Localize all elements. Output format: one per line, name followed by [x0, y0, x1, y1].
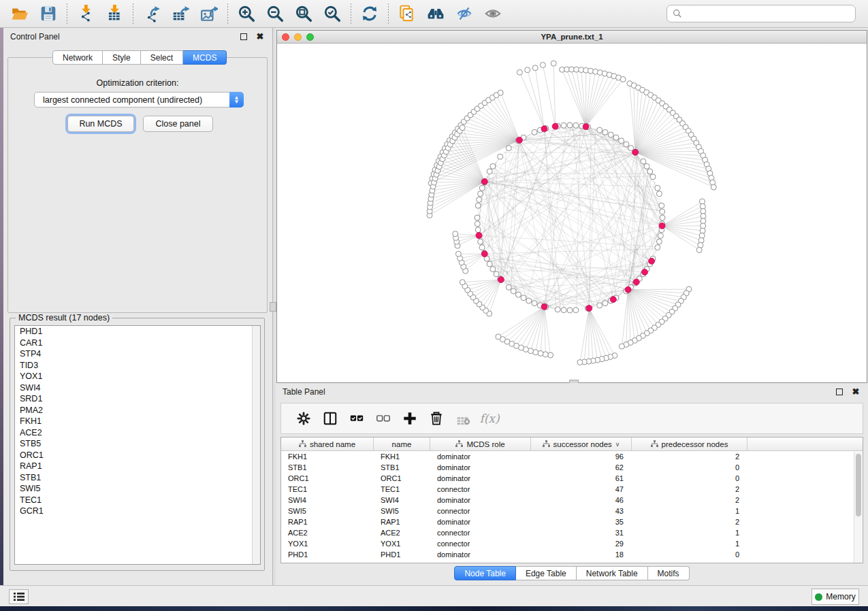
mcds-result-item[interactable]: STB1 — [15, 472, 260, 484]
show-graphics-details-icon[interactable] — [481, 3, 504, 24]
mcds-result-item[interactable]: ACE2 — [15, 427, 260, 439]
zoom-out-icon[interactable] — [263, 3, 287, 24]
cell-predecessor_nodes: 2 — [632, 516, 748, 527]
import-network-icon[interactable] — [74, 3, 97, 24]
network-window-titlebar[interactable]: YPA_prune.txt_1 — [277, 31, 867, 44]
mcds-result-item[interactable]: SRD1 — [15, 393, 260, 405]
mcds-result-item[interactable]: ORC1 — [15, 450, 260, 461]
select-all-columns-icon[interactable] — [347, 408, 367, 429]
vertical-splitter-handle[interactable] — [270, 302, 276, 312]
table-row[interactable]: ORC1ORC1dominator610 — [281, 473, 863, 484]
table-panel-close-button[interactable]: ✖ — [850, 386, 861, 397]
zoom-in-icon[interactable] — [235, 3, 258, 24]
cell-name: SWI4 — [374, 495, 430, 506]
desktop-wallpaper-bottom-edge — [0, 606, 868, 611]
mcds-result-item[interactable]: GCR1 — [15, 506, 260, 517]
table-scrollbar[interactable] — [854, 452, 862, 563]
table-row[interactable]: STB1STB1dominator620 — [281, 462, 863, 473]
memory-label: Memory — [826, 592, 855, 601]
toolbar-separator — [388, 3, 389, 24]
search-input[interactable] — [686, 7, 855, 20]
delete-column-icon[interactable] — [426, 408, 447, 429]
control-panel-title: Control Panel — [10, 32, 233, 42]
save-session-icon[interactable] — [37, 3, 60, 24]
mcds-result-group: MCDS result (17 nodes) PHD1CAR1STP4TID3Y… — [10, 318, 265, 571]
table-row[interactable]: TEC1TEC1connector472 — [281, 484, 863, 495]
export-image-icon[interactable] — [197, 3, 221, 24]
tab-edge-table[interactable]: Edge Table — [516, 566, 577, 580]
import-table-icon[interactable] — [103, 3, 126, 24]
close-panel-button[interactable]: Close panel — [143, 116, 213, 132]
search-icon — [673, 9, 682, 18]
cell-predecessor_nodes: 0 — [632, 473, 748, 484]
table-row[interactable]: YOX1YOX1connector291 — [281, 538, 863, 549]
mcds-result-item[interactable]: STP4 — [15, 348, 260, 360]
network-from-file-icon[interactable] — [396, 3, 419, 24]
run-mcds-button[interactable]: Run MCDS — [67, 116, 134, 132]
mcds-result-item[interactable]: PMA2 — [15, 405, 260, 416]
control-panel-close-button[interactable]: ✖ — [255, 31, 266, 42]
column-header-successor-nodes[interactable]: successor nodes∨ — [531, 437, 632, 450]
search-binoculars-icon[interactable] — [424, 3, 447, 24]
add-column-icon[interactable] — [400, 408, 420, 429]
cell-predecessor_nodes: 2 — [632, 484, 748, 495]
table-panel-titlebar: Table Panel ✖ — [276, 383, 868, 401]
table-panel-tabs: Node TableEdge TableNetwork TableMotifs — [276, 566, 868, 580]
tab-network[interactable]: Network — [52, 50, 103, 65]
mcds-result-item[interactable]: SWI5 — [15, 483, 260, 495]
mcds-result-item[interactable]: STB5 — [15, 438, 260, 450]
column-header-predecessor-nodes[interactable]: predecessor nodes — [632, 437, 748, 450]
search-box[interactable] — [666, 5, 856, 22]
zoom-selected-icon[interactable] — [321, 3, 344, 24]
mcds-result-item[interactable]: SWI4 — [15, 382, 260, 394]
show-column-icon[interactable] — [320, 408, 340, 429]
status-bar: Memory — [0, 585, 868, 606]
mcds-result-item[interactable]: YOX1 — [15, 371, 260, 382]
node-table-body: FKH1FKH1dominator962STB1STB1dominator620… — [281, 451, 863, 560]
table-row[interactable]: SWI5SWI5connector431 — [281, 506, 863, 516]
table-row[interactable]: RAP1RAP1dominator352 — [281, 516, 863, 527]
export-network-icon[interactable] — [140, 3, 163, 24]
table-scrollbar-thumb[interactable] — [856, 454, 861, 516]
mcds-result-list[interactable]: PHD1CAR1STP4TID3YOX1SWI4SRD1PMA2FKH1ACE2… — [14, 325, 261, 565]
toolbar-separator — [351, 3, 351, 24]
delete-table-icon — [453, 408, 473, 429]
hide-graphics-details-icon[interactable] — [453, 3, 476, 24]
zoom-fit-icon[interactable] — [292, 3, 315, 24]
mcds-result-item[interactable]: TID3 — [15, 360, 260, 371]
cell-name: RAP1 — [374, 516, 430, 527]
mcds-result-item[interactable]: PHD1 — [15, 326, 260, 337]
table-row[interactable]: PHD1PHD1dominator180 — [281, 549, 863, 560]
tab-network-table[interactable]: Network Table — [577, 566, 648, 580]
control-panel-float-button[interactable] — [238, 31, 249, 42]
table-row[interactable]: ACE2ACE2connector311 — [281, 527, 863, 538]
mcds-result-item[interactable]: TEC1 — [15, 495, 260, 506]
unselect-all-columns-icon[interactable] — [373, 408, 393, 429]
mcds-result-item[interactable]: CAR1 — [15, 337, 260, 349]
network-canvas[interactable] — [277, 44, 867, 382]
table-settings-gear-icon[interactable] — [293, 408, 314, 429]
table-panel-float-button[interactable] — [834, 386, 845, 397]
optimization-criterion-select[interactable]: largest connected component (undirected)… — [34, 92, 244, 108]
cell-successor_nodes: 31 — [531, 527, 632, 538]
column-header-name[interactable]: name — [374, 437, 430, 450]
mcds-list-scrollbar[interactable] — [252, 326, 260, 564]
mcds-result-item[interactable]: FKH1 — [15, 416, 260, 427]
export-table-icon[interactable] — [169, 3, 192, 24]
refresh-icon[interactable] — [358, 3, 381, 24]
table-row[interactable]: FKH1FKH1dominator962 — [281, 451, 863, 462]
column-header-shared-name[interactable]: shared name — [281, 437, 374, 450]
table-row[interactable]: SWI4SWI4dominator462 — [281, 495, 863, 506]
open-session-icon[interactable] — [8, 3, 31, 24]
tab-motifs[interactable]: Motifs — [648, 566, 690, 580]
tab-mcds[interactable]: MCDS — [183, 50, 227, 65]
column-header-MCDS-role[interactable]: MCDS role — [430, 437, 531, 450]
memory-button[interactable]: Memory — [811, 589, 859, 605]
show-panels-list-button[interactable] — [9, 589, 29, 604]
tab-style[interactable]: Style — [103, 50, 141, 65]
tab-node-table[interactable]: Node Table — [454, 566, 516, 580]
mcds-result-item[interactable]: RAP1 — [15, 461, 260, 472]
cell-name: YOX1 — [374, 538, 430, 549]
cell-successor_nodes: 43 — [531, 506, 632, 516]
tab-select[interactable]: Select — [141, 50, 183, 65]
